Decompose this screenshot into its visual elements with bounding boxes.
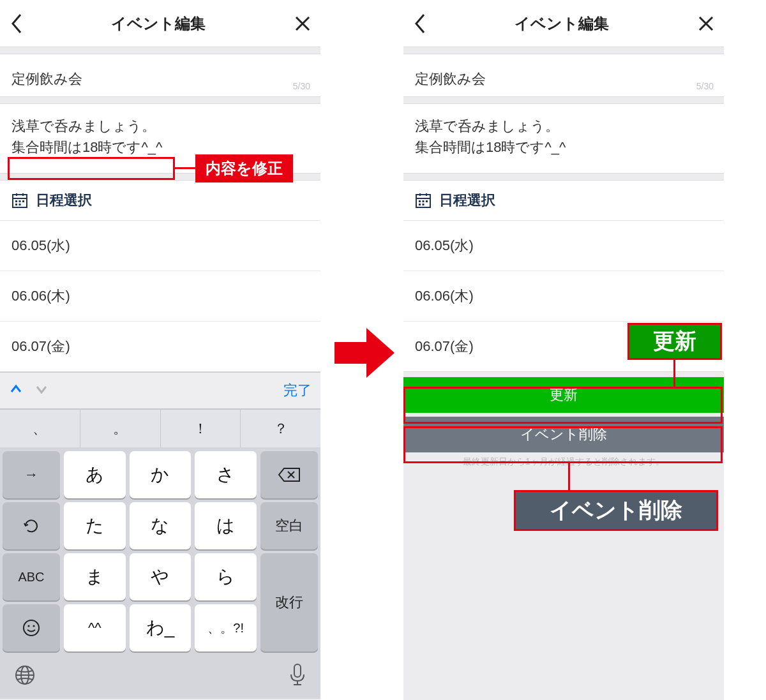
schedule-header: 日程選択 — [403, 181, 724, 221]
svg-point-15 — [33, 625, 34, 627]
arrow-icon — [329, 318, 400, 388]
kana-key[interactable]: わ_ — [130, 604, 192, 652]
undo-key[interactable] — [3, 502, 60, 549]
svg-point-14 — [27, 625, 29, 627]
globe-icon[interactable] — [14, 664, 36, 689]
kana-key[interactable]: ら — [195, 553, 257, 600]
svg-marker-33 — [334, 328, 394, 378]
kana-key[interactable]: 、。?! — [195, 604, 257, 652]
kana-key[interactable]: は — [195, 502, 257, 549]
update-button[interactable]: 更新 — [403, 377, 724, 413]
annotation-line — [175, 167, 195, 169]
svg-rect-31 — [419, 204, 421, 205]
kana-keyboard: → あ か さ た な は 空白 ABC ま や ら 改行 ^^ わ_ 、。?! — [0, 447, 320, 654]
event-title-field[interactable]: 定例飲み会 5/30 — [403, 54, 724, 97]
date-row[interactable]: 06.06(木) — [403, 271, 724, 322]
schedule-section: 日程選択 06.05(水) 06.06(木) 06.07(金) — [0, 180, 320, 372]
event-title-field[interactable]: 定例飲み会 5/30 — [0, 54, 320, 97]
kana-key[interactable]: さ — [195, 451, 257, 498]
desc-line: 浅草で呑みましょう。 — [415, 115, 712, 137]
svg-rect-28 — [419, 200, 421, 202]
keyboard-bottom-bar — [0, 654, 320, 699]
kana-key[interactable]: ま — [64, 553, 126, 600]
backspace-key[interactable] — [260, 451, 318, 498]
date-row[interactable]: 06.05(水) — [403, 221, 724, 271]
header-title: イベント編集 — [514, 13, 609, 34]
back-icon[interactable] — [9, 13, 23, 34]
header: イベント編集 — [0, 0, 320, 47]
next-field-icon[interactable] — [34, 382, 49, 399]
annotation-callout-delete: イベント削除 — [514, 490, 718, 531]
desc-line: 集合時間は18時です^_^ — [415, 137, 712, 158]
svg-rect-6 — [15, 200, 17, 202]
kana-key[interactable]: な — [130, 502, 192, 549]
emoji-key[interactable] — [3, 604, 60, 652]
date-row[interactable]: 06.07(金) — [0, 322, 320, 371]
abc-key[interactable]: ABC — [3, 553, 60, 600]
schedule-label: 日程選択 — [36, 191, 92, 210]
keyboard-accessory: 完了 — [0, 372, 320, 409]
svg-rect-10 — [19, 204, 21, 205]
svg-point-13 — [24, 620, 39, 636]
kana-key[interactable]: あ — [64, 451, 126, 498]
done-button[interactable]: 完了 — [283, 381, 312, 400]
arrow-key[interactable]: → — [3, 451, 60, 498]
event-title-text: 定例飲み会 — [415, 70, 712, 89]
char-counter: 5/30 — [293, 81, 310, 91]
svg-rect-8 — [22, 200, 24, 202]
event-title-text: 定例飲み会 — [11, 70, 309, 89]
symbol-key[interactable]: 、 — [0, 410, 80, 447]
kana-key[interactable]: ^^ — [64, 604, 126, 652]
svg-rect-30 — [426, 200, 428, 202]
symbol-key[interactable]: ？ — [241, 410, 320, 447]
phone-left: イベント編集 定例飲み会 5/30 浅草で呑みましょう。 集合時間は18時です^… — [0, 0, 320, 700]
enter-key[interactable]: 改行 — [260, 553, 318, 652]
svg-rect-9 — [15, 204, 17, 205]
annotation-label: 内容を修正 — [195, 154, 293, 182]
close-icon[interactable] — [697, 15, 715, 33]
svg-rect-19 — [294, 664, 301, 677]
svg-rect-7 — [19, 200, 21, 202]
schedule-label: 日程選択 — [439, 191, 495, 210]
symbol-key[interactable]: ！ — [161, 410, 241, 447]
date-row[interactable]: 06.05(水) — [0, 221, 320, 271]
kana-key[interactable]: か — [130, 451, 192, 498]
annotation-line — [568, 463, 570, 490]
header-title: イベント編集 — [111, 13, 206, 34]
char-counter: 5/30 — [696, 81, 714, 91]
svg-rect-32 — [423, 204, 424, 205]
delete-footnote: 最終更新日から1ヶ月が経過すると削除されます。 — [403, 456, 724, 468]
action-area: 更新 イベント削除 最終更新日から1ヶ月が経過すると削除されます。 — [403, 377, 724, 468]
mic-icon[interactable] — [289, 663, 306, 690]
calendar-icon — [11, 192, 28, 209]
space-key[interactable]: 空白 — [260, 502, 318, 549]
date-row[interactable]: 06.06(木) — [0, 271, 320, 322]
symbol-suggestion-row: 、 。 ！ ？ — [0, 409, 320, 447]
kana-key[interactable]: た — [64, 502, 126, 549]
close-icon[interactable] — [294, 15, 312, 33]
delete-button[interactable]: イベント削除 — [403, 417, 724, 452]
header: イベント編集 — [403, 0, 724, 47]
calendar-icon — [415, 192, 432, 209]
annotation-line — [673, 360, 675, 387]
prev-field-icon[interactable] — [9, 382, 23, 399]
event-desc-field[interactable]: 浅草で呑みましょう。 集合時間は18時です^_^ — [403, 103, 724, 174]
kana-key[interactable]: や — [130, 553, 192, 600]
desc-line: 浅草で呑みましょう。 — [11, 115, 309, 137]
svg-rect-29 — [423, 200, 424, 202]
symbol-key[interactable]: 。 — [80, 410, 161, 447]
schedule-header: 日程選択 — [0, 181, 320, 221]
back-icon[interactable] — [412, 13, 426, 34]
annotation-callout-update: 更新 — [627, 323, 722, 360]
